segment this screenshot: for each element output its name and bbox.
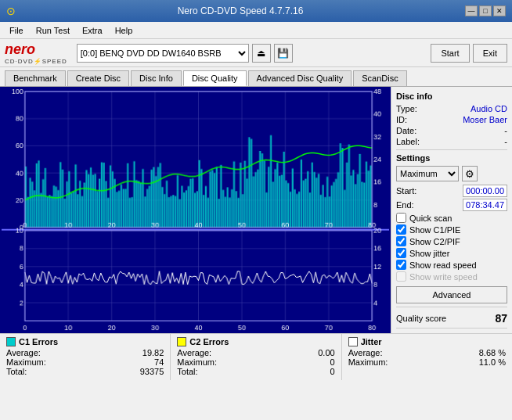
right-panel: Disc info Type: Audio CD ID: Moser Baer … [391,87,512,333]
advanced-button[interactable]: Advanced [396,286,507,303]
quality-score-row: Quality score 87 [396,312,507,325]
tab-create-disc[interactable]: Create Disc [67,70,129,86]
jitter-avg-row: Average: 8.68 % [348,348,506,357]
show-jitter-checkbox[interactable] [396,248,406,258]
settings-title: Settings [396,153,507,163]
show-c1pie-label: Show C1/PIE [409,225,460,235]
end-label: End: [396,200,414,210]
c2-avg-row: Average: 0.00 [177,348,334,357]
date-value: - [504,126,507,135]
maximize-button[interactable]: □ [479,5,492,16]
minimize-button[interactable]: — [465,5,478,16]
c2-color-indicator [177,337,186,346]
c2-total-label: Total: [177,367,197,376]
drive-select[interactable]: [0:0] BENQ DVD DD DW1640 BSRB [77,44,249,63]
tab-scan-disc[interactable]: ScanDisc [353,70,406,86]
c2-total-value: 0 [330,367,335,376]
progress-value: 100 % [483,332,507,333]
show-read-speed-row: Show read speed [396,260,507,270]
show-c2pif-label: Show C2/PIF [409,237,460,246]
show-c1pie-checkbox[interactable] [396,224,406,235]
main-area: Disc info Type: Audio CD ID: Moser Baer … [0,87,512,333]
jitter-max-label: Maximum: [348,357,388,367]
menu-extra[interactable]: Extra [76,24,109,37]
c2-title: C2 Errors [189,337,229,346]
tab-advanced-disc-quality[interactable]: Advanced Disc Quality [248,70,352,86]
jitter-max-row: Maximum: 11.0 % [348,357,506,367]
quick-scan-checkbox[interactable] [396,213,406,223]
menu-bar: File Run Test Extra Help [0,22,512,39]
label-value: - [504,137,507,146]
end-time-row: End: 078:34.47 [396,199,507,211]
start-button[interactable]: Start [431,44,469,63]
show-c2pif-checkbox[interactable] [396,236,406,246]
c1-avg-row: Average: 19.82 [6,348,164,357]
exit-button[interactable]: Exit [473,44,507,63]
jitter-avg-value: 8.68 % [479,348,506,357]
show-write-speed-checkbox[interactable] [396,271,406,282]
disc-label-row: Label: - [396,137,507,146]
show-read-speed-checkbox[interactable] [396,260,406,270]
save-button[interactable]: 💾 [274,44,293,63]
c1-max-row: Maximum: 74 [6,357,164,367]
speed-row: Maximum ⚙ [396,166,507,181]
close-button[interactable]: ✕ [493,5,506,16]
start-value: 000:00.00 [463,185,507,197]
c2-avg-label: Average: [177,348,211,357]
c2-errors-group: C2 Errors Average: 0.00 Maximum: 0 Total… [171,334,341,380]
progress-row: Progress 100 % [396,332,507,333]
c1-title-row: C1 Errors [6,337,164,346]
id-label: ID: [396,115,407,124]
tab-disc-info[interactable]: Disc Info [131,70,182,86]
jitter-group: Jitter Average: 8.68 % Maximum: 11.0 % [342,334,512,380]
c2-max-value: 0 [330,357,335,367]
show-jitter-row: Show jitter [396,248,507,258]
logo-sub: CD·DVD⚡SPEED [5,58,67,65]
start-label: Start: [396,186,416,196]
show-c1pie-row: Show C1/PIE [396,224,507,235]
c2-title-row: C2 Errors [177,337,334,346]
logo-nero: nero [5,41,35,58]
disc-type-row: Type: Audio CD [396,104,507,113]
show-read-speed-label: Show read speed [409,260,477,270]
c1-total-row: Total: 93375 [6,367,164,376]
id-value: Moser Baer [463,115,507,124]
c1-avg-value: 19.82 [142,348,164,357]
show-jitter-label: Show jitter [409,249,449,258]
speed-select[interactable]: Maximum [396,166,459,181]
stats-bar: C1 Errors Average: 19.82 Maximum: 74 Tot… [0,333,512,380]
disc-info-title: Disc info [396,92,507,101]
c1-avg-label: Average: [6,348,41,357]
menu-file[interactable]: File [3,24,30,37]
tab-benchmark[interactable]: Benchmark [5,70,66,86]
tab-bar: Benchmark Create Disc Disc Info Disc Qua… [0,67,512,87]
type-value: Audio CD [471,104,507,113]
quick-scan-label: Quick scan [409,214,452,223]
eject-button[interactable]: ⏏ [252,44,271,63]
c2-max-label: Maximum: [177,357,217,367]
quick-scan-row: Quick scan [396,213,507,223]
c2-total-row: Total: 0 [177,367,334,376]
label-label: Label: [396,137,420,146]
title-bar: ⊙ Nero CD-DVD Speed 4.7.7.16 — □ ✕ [0,0,512,22]
show-write-speed-label: Show write speed [409,272,478,282]
show-c2pif-row: Show C2/PIF [396,236,507,246]
type-label: Type: [396,104,417,113]
start-time-row: Start: 000:00.00 [396,185,507,197]
show-write-speed-row: Show write speed [396,271,507,282]
window-controls: — □ ✕ [465,5,506,16]
settings-icon-btn[interactable]: ⚙ [462,166,478,181]
tab-disc-quality[interactable]: Disc Quality [183,70,247,86]
progress-label: Progress [396,332,431,333]
main-chart [2,88,389,332]
c2-avg-value: 0.00 [318,348,334,357]
disc-id-row: ID: Moser Baer [396,115,507,124]
disc-date-row: Date: - [396,126,507,135]
jitter-title-row: Jitter [348,337,506,346]
menu-run-test[interactable]: Run Test [30,24,76,37]
c1-errors-group: C1 Errors Average: 19.82 Maximum: 74 Tot… [0,334,171,380]
quality-score-value: 87 [495,312,507,325]
quality-score-label: Quality score [396,314,446,323]
menu-help[interactable]: Help [109,24,139,37]
jitter-color-indicator [348,337,358,346]
